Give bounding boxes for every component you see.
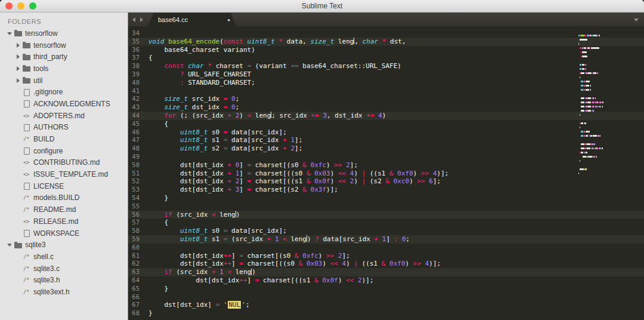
line-number: 38 (128, 62, 148, 70)
code-line[interactable]: 51 dst[dst_idx + 1] = charset[((s0 & 0x0… (128, 170, 644, 178)
code-line[interactable]: 60 (128, 244, 644, 252)
sidebar-item-sqlite3[interactable]: sqlite3 (0, 239, 128, 251)
code-line[interactable]: 56 if (src_idx < leng) (128, 211, 644, 219)
code-line[interactable]: 67 dst[dst_idx] = 'NUL'; (128, 301, 644, 309)
tab-base64.cc[interactable]: base64.cc● (148, 13, 236, 26)
code-line[interactable]: 62 dst[dst_idx++] = charset[((s0 & 0x03)… (128, 260, 644, 268)
code-line[interactable]: 49 (128, 153, 644, 161)
code-line[interactable]: 61 dst[dst_idx++] = charset[(s0 & 0xfc) … (128, 252, 644, 260)
code-line-content: ? URL_SAFE_CHARSET (148, 70, 251, 79)
sidebar-item-label: CONTRIBUTING.md (33, 158, 100, 167)
code-line[interactable]: 40 : STANDARD_CHARSET; (128, 79, 644, 87)
code-line-content: dst[dst_idx + 1] = charset[((s0 & 0x03) … (148, 170, 448, 178)
code-line-content: { (148, 54, 153, 62)
code-line[interactable]: 47 uint8_t s1 = data[src_idx + 1]; (128, 136, 644, 144)
minimap[interactable] (578, 29, 614, 176)
code-area[interactable]: 3435void base64_encode(const uint8_t * d… (128, 26, 644, 318)
sidebar-item-tools[interactable]: tools (0, 63, 128, 75)
disclosure-collapsed-icon[interactable] (16, 64, 22, 73)
code-line[interactable]: 42 size_t src_idx = 0; (128, 95, 644, 103)
code-line[interactable]: 65 } (128, 285, 644, 293)
sidebar-item-label: sqlite3ext.h (33, 288, 70, 296)
minimap-line (578, 171, 614, 176)
minimap-line (578, 63, 614, 67)
minimap-line (578, 142, 614, 146)
line-number: 50 (128, 161, 148, 170)
code-line[interactable]: 68} (128, 309, 644, 318)
tree-indent-spacer (16, 193, 22, 202)
close-window-button[interactable] (5, 2, 13, 10)
code-line[interactable]: 35void base64_encode(const uint8_t * dat… (128, 38, 644, 46)
line-number: 60 (128, 244, 148, 252)
source-file-icon: /* (22, 253, 30, 261)
zoom-window-button[interactable] (29, 2, 36, 10)
code-line-content: uint8_t s2 = data[src_idx + 2]; (148, 144, 302, 153)
disclosure-expanded-icon[interactable] (7, 241, 14, 249)
code-line[interactable]: 55 (128, 202, 644, 211)
sidebar-item-tensorflow[interactable]: tensorflow (0, 27, 128, 39)
code-line[interactable]: 53 dst[dst_idx + 3] = charset[(s2 & 0x3f… (128, 186, 644, 194)
sidebar-item-RELEASE.md[interactable]: <>RELEASE.md (0, 216, 128, 227)
code-line[interactable]: 36 base64_charset variant) (128, 46, 644, 54)
disclosure-collapsed-icon[interactable] (16, 76, 22, 85)
sidebar-item-sqlite3.h[interactable]: /*sqlite3.h (0, 274, 128, 286)
minimap-line (578, 159, 614, 163)
sidebar-item-shell.c[interactable]: /*shell.c (0, 251, 128, 263)
code-line[interactable]: 50 dst[dst_idx + 0] = charset[(s0 & 0xfc… (128, 161, 644, 170)
line-number: 57 (128, 219, 148, 227)
line-number: 47 (128, 136, 148, 144)
sidebar-item-configure[interactable]: configure (0, 145, 128, 157)
code-line[interactable]: 44 for (; (src_idx + 2) < leng; src_idx … (128, 112, 644, 120)
tree-indent-spacer (16, 276, 22, 284)
sidebar-item-models.BUILD[interactable]: /*models.BUILD (0, 192, 128, 204)
sidebar-item-util[interactable]: util (0, 75, 128, 87)
sidebar-item-label: .gitignore (33, 88, 63, 96)
sidebar-item-.gitignore[interactable]: .gitignore (0, 86, 128, 98)
editor[interactable]: 3435void base64_encode(const uint8_t * d… (128, 26, 644, 320)
tab-scroll-left-icon[interactable] (132, 17, 135, 22)
sidebar-item-ISSUE_TEMPLATE.md[interactable]: <>ISSUE_TEMPLATE.md (0, 168, 128, 180)
sidebar-item-AUTHORS[interactable]: AUTHORS (0, 122, 128, 134)
code-line[interactable]: 59 uint8_t s1 = (src_idx + 1 < leng) ? d… (128, 235, 644, 244)
code-line[interactable]: 64 dst[dst_idx++] = charset[((s1 & 0x0f)… (128, 276, 644, 285)
code-line[interactable]: 43 size_t dst_idx = 0; (128, 103, 644, 112)
unsaved-changes-dot-icon[interactable]: ● (227, 17, 230, 23)
code-line[interactable]: 58 uint8_t s0 = data[src_idx]; (128, 227, 644, 235)
sidebar-item-LICENSE[interactable]: LICENSE (0, 180, 128, 192)
code-line-content: dst[dst_idx++] = charset[(s0 & 0xfc) >> … (148, 252, 350, 260)
code-line[interactable]: 41 (128, 87, 644, 96)
minimap-line (578, 71, 614, 75)
code-line[interactable]: 63 if (src_idx + 1 < leng) (128, 268, 644, 276)
code-line[interactable]: 46 uint8_t s0 = data[src_idx]; (128, 128, 644, 137)
sidebar-item-third_party[interactable]: third_party (0, 51, 128, 63)
code-line[interactable]: 38 const char * charset = (variant == ba… (128, 62, 644, 70)
disclosure-expanded-icon[interactable] (7, 29, 14, 38)
sidebar-item-README.md[interactable]: /*README.md (0, 204, 128, 216)
line-number: 36 (128, 46, 148, 54)
code-line[interactable]: 57 { (128, 219, 644, 227)
minimize-window-button[interactable] (17, 2, 24, 10)
sidebar-item-ADOPTERS.md[interactable]: <>ADOPTERS.md (0, 110, 128, 122)
disclosure-collapsed-icon[interactable] (16, 41, 22, 50)
code-line[interactable]: 45 { (128, 120, 644, 128)
code-line[interactable]: 52 dst[dst_idx + 2] = charset[((s1 & 0x0… (128, 177, 644, 186)
code-line[interactable]: 39 ? URL_SAFE_CHARSET (128, 70, 644, 79)
sidebar-item-ACKNOWLEDGMENTS[interactable]: ACKNOWLEDGMENTS (0, 98, 128, 110)
tab-scroll-right-icon[interactable] (140, 17, 143, 22)
code-line[interactable]: 37{ (128, 54, 644, 62)
code-line[interactable]: 34 (128, 29, 644, 38)
tab-overflow-menu-icon[interactable] (634, 19, 639, 21)
code-line-content: dst[dst_idx++] = charset[((s1 & 0x0f) <<… (148, 276, 374, 285)
sidebar-item-WORKSPACE[interactable]: WORKSPACE (0, 227, 128, 239)
line-number: 40 (128, 79, 148, 87)
code-line[interactable]: 66 (128, 293, 644, 301)
tab-bar: base64.cc● (128, 13, 644, 26)
code-line[interactable]: 54 } (128, 194, 644, 202)
sidebar-item-sqlite3.c[interactable]: /*sqlite3.c (0, 263, 128, 275)
sidebar-item-sqlite3ext.h[interactable]: /*sqlite3ext.h (0, 286, 128, 298)
sidebar-item-tensorflow[interactable]: tensorflow (0, 39, 128, 51)
code-line[interactable]: 48 uint8_t s2 = data[src_idx + 2]; (128, 144, 644, 153)
disclosure-collapsed-icon[interactable] (16, 53, 22, 61)
sidebar-item-CONTRIBUTING.md[interactable]: <>CONTRIBUTING.md (0, 157, 128, 169)
sidebar-item-BUILD[interactable]: /*BUILD (0, 133, 128, 145)
